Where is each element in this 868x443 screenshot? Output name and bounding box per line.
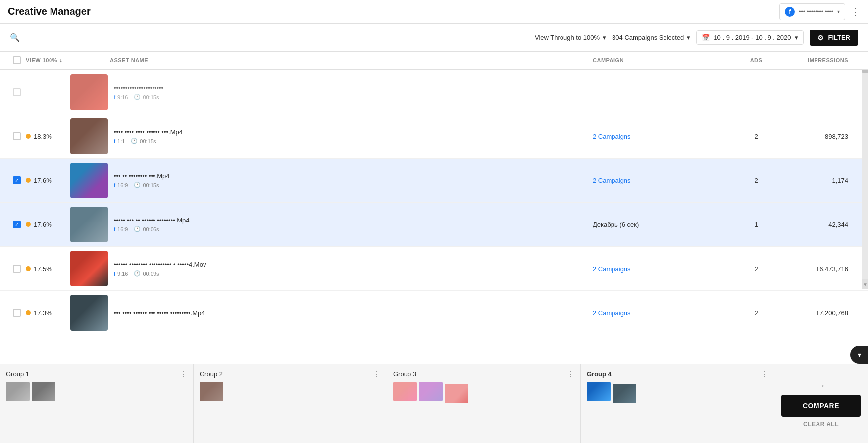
impressions-cell: 1,174 bbox=[781, 177, 860, 184]
asset-info: ••• •••• •••••• ••• ••••• •••••••••.Mp4 bbox=[110, 309, 593, 317]
clock-icon: 🕐 bbox=[134, 270, 141, 277]
scrollbar-track[interactable]: ▼ bbox=[862, 52, 868, 289]
campaign-cell[interactable]: 2 Campaigns bbox=[593, 309, 731, 317]
scroll-down-arrow-icon[interactable]: ▼ bbox=[862, 279, 868, 289]
asset-thumbnail bbox=[70, 207, 108, 242]
facebook-small-icon: f bbox=[114, 182, 115, 188]
date-range-text: 10 . 9 . 2019 - 10 . 9 . 2020 bbox=[714, 34, 791, 41]
fb-meta: f 1:1 bbox=[114, 138, 125, 144]
filter-label: FILTER bbox=[828, 34, 850, 41]
col-header-campaign: CAMPAIGN bbox=[593, 57, 731, 63]
clock-icon: 🕐 bbox=[131, 138, 138, 144]
row-checkbox-cell[interactable] bbox=[8, 221, 26, 228]
row-checkbox-cell[interactable] bbox=[8, 176, 26, 184]
toolbar: 🔍 View Through to 100% ▾ 304 Campaigns S… bbox=[0, 24, 868, 52]
campaign-cell[interactable]: 2 Campaigns bbox=[593, 177, 731, 184]
row-checkbox[interactable] bbox=[13, 88, 21, 96]
clear-all-button[interactable]: CLEAR ALL bbox=[781, 421, 861, 428]
group-2-more-icon[interactable]: ⋮ bbox=[373, 369, 381, 379]
date-range-picker[interactable]: 📅 10 . 9 . 2019 - 10 . 9 . 2020 ▾ bbox=[696, 30, 804, 45]
row-checkbox-cell[interactable] bbox=[8, 309, 26, 317]
app-title: Creative Manager bbox=[8, 6, 91, 17]
account-name: ••• •••••••• •••• bbox=[799, 8, 833, 15]
group-thumb bbox=[587, 382, 611, 401]
row-checkbox-cell[interactable] bbox=[8, 88, 26, 96]
asset-ratio: 16:9 bbox=[117, 182, 128, 188]
asset-duration: 00:15s bbox=[140, 138, 156, 144]
ads-cell: 2 bbox=[731, 265, 781, 273]
asset-ratio: 9:16 bbox=[117, 94, 128, 100]
table-row: 18.3% •••• •••• •••• •••••• •••.Mp4 f 1:… bbox=[0, 114, 868, 159]
table-row: 17.5% •••••• •••••••• •••••••••• • •••••… bbox=[0, 247, 868, 291]
group-4-thumbs bbox=[587, 382, 768, 403]
select-all-cell[interactable] bbox=[8, 56, 26, 64]
col-header-view100[interactable]: VIEW 100% ↓ bbox=[26, 57, 70, 64]
duration-meta: 🕐 00:15s bbox=[134, 182, 159, 188]
toolbar-controls: View Through to 100% ▾ 304 Campaigns Sel… bbox=[535, 30, 858, 46]
group-4: Group 4 ⋮ bbox=[581, 364, 774, 443]
campaigns-chevron-icon: ▾ bbox=[687, 34, 690, 41]
group-3-more-icon[interactable]: ⋮ bbox=[566, 369, 574, 379]
row-checkbox[interactable] bbox=[13, 309, 21, 317]
filter-icon: ⚙ bbox=[817, 34, 824, 42]
rate-value: 17.6% bbox=[34, 177, 52, 184]
row-checkbox[interactable] bbox=[13, 265, 21, 273]
view-through-button[interactable]: View Through to 100% ▾ bbox=[535, 34, 606, 41]
rate-indicator bbox=[26, 178, 31, 183]
row-checkbox[interactable] bbox=[13, 132, 21, 140]
view-through-chevron-icon: ▾ bbox=[603, 34, 606, 41]
calendar-icon: 📅 bbox=[702, 34, 710, 41]
fb-meta: f 9:16 bbox=[114, 271, 128, 277]
compare-button[interactable]: COMPARE bbox=[781, 395, 861, 417]
search-icon[interactable]: 🔍 bbox=[10, 33, 20, 42]
arrow-right-button[interactable]: → bbox=[816, 380, 826, 391]
facebook-icon: f bbox=[785, 7, 795, 17]
ads-cell: 2 bbox=[731, 309, 781, 317]
group-3-thumbs bbox=[393, 382, 574, 403]
group-thumb bbox=[613, 384, 636, 403]
account-selector[interactable]: f ••• •••••••• •••• ▾ bbox=[779, 3, 845, 20]
group-4-name: Group 4 bbox=[587, 370, 612, 378]
asset-thumbnail bbox=[70, 295, 108, 331]
table-header: VIEW 100% ↓ ASSET NAME CAMPAIGN ADS IMPR… bbox=[0, 52, 868, 70]
rate-cell: 17.6% bbox=[26, 177, 70, 184]
compare-panel: Group 1 ⋮ Group 2 ⋮ Group 3 ⋮ bbox=[0, 364, 868, 443]
table-row: 17.3% ••• •••• •••••• ••• ••••• ••••••••… bbox=[0, 291, 868, 334]
select-all-checkbox[interactable] bbox=[13, 56, 21, 64]
group-4-header: Group 4 ⋮ bbox=[587, 369, 768, 379]
col-header-ads: ADS bbox=[731, 57, 781, 63]
row-checkbox-cell[interactable] bbox=[8, 265, 26, 273]
campaigns-selector-button[interactable]: 304 Campaigns Selected ▾ bbox=[612, 34, 690, 41]
row-checkbox[interactable] bbox=[13, 176, 21, 184]
sort-arrow-icon: ↓ bbox=[59, 57, 63, 64]
facebook-small-icon: f bbox=[114, 94, 115, 100]
assets-table: VIEW 100% ↓ ASSET NAME CAMPAIGN ADS IMPR… bbox=[0, 52, 868, 364]
chevron-down-icon: ▾ bbox=[837, 9, 840, 14]
group-1-name: Group 1 bbox=[6, 370, 29, 378]
impressions-cell: 42,344 bbox=[781, 221, 860, 228]
group-4-more-icon[interactable]: ⋮ bbox=[760, 369, 768, 379]
campaign-cell[interactable]: 2 Campaigns bbox=[593, 265, 731, 273]
asset-thumbnail bbox=[70, 118, 108, 154]
group-3: Group 3 ⋮ bbox=[387, 364, 581, 443]
rate-value: 18.3% bbox=[34, 133, 52, 140]
table-row: 17.6% ••• •• •••••••• •••.Mp4 f 16:9 🕐 0… bbox=[0, 159, 868, 203]
row-checkbox[interactable] bbox=[13, 221, 21, 228]
more-options-icon[interactable]: ⋮ bbox=[851, 6, 860, 17]
asset-name: ••• •••• •••••• ••• ••••• •••••••••.Mp4 bbox=[114, 309, 361, 317]
rate-cell: 17.5% bbox=[26, 265, 70, 273]
duration-meta: 🕐 00:09s bbox=[134, 270, 159, 277]
campaign-cell[interactable]: 2 Campaigns bbox=[593, 133, 731, 140]
group-1-more-icon[interactable]: ⋮ bbox=[179, 369, 187, 379]
group-thumb bbox=[393, 382, 417, 401]
asset-meta: f 16:9 🕐 00:06s bbox=[114, 226, 593, 232]
group-thumb bbox=[200, 382, 223, 401]
group-2: Group 2 ⋮ bbox=[194, 364, 387, 443]
duration-meta: 🕐 00:06s bbox=[134, 226, 159, 232]
asset-name: •••••• •••••••• •••••••••• • •••••4.Mov bbox=[114, 261, 361, 268]
group-1-header: Group 1 ⋮ bbox=[6, 369, 187, 379]
asset-info: ••• •• •••••••• •••.Mp4 f 16:9 🕐 00:15s bbox=[110, 172, 593, 188]
expand-panel-button[interactable]: ▾ bbox=[850, 346, 868, 364]
filter-button[interactable]: ⚙ FILTER bbox=[810, 30, 858, 46]
row-checkbox-cell[interactable] bbox=[8, 132, 26, 140]
